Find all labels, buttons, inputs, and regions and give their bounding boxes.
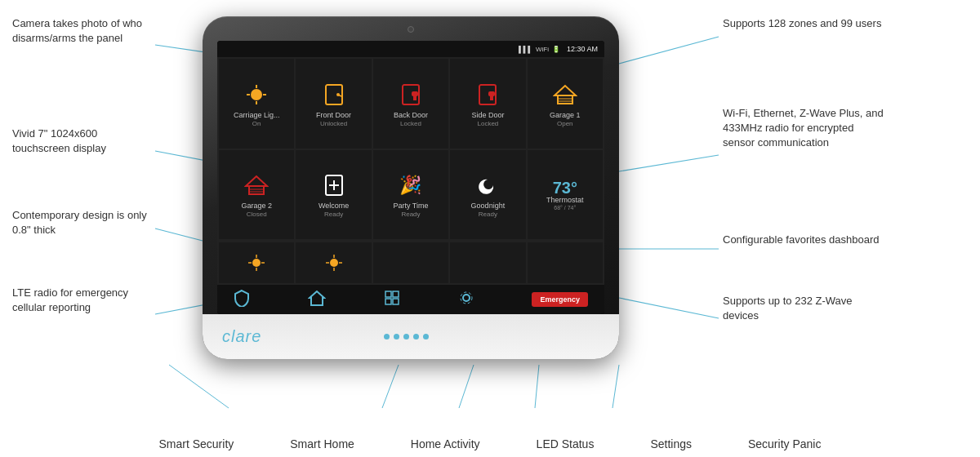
emergency-button[interactable]: Emergency xyxy=(532,292,588,307)
battery-icon: 🔋 xyxy=(552,46,560,53)
svg-rect-51 xyxy=(385,299,391,304)
welcome-status: Ready xyxy=(324,211,343,218)
svg-rect-26 xyxy=(490,96,493,100)
label-smart-security: Smart Security xyxy=(158,437,234,450)
led-dot-3 xyxy=(403,334,409,339)
carriage-light-icon xyxy=(245,82,268,108)
goodnight-status: Ready xyxy=(479,211,497,218)
svg-line-4 xyxy=(619,37,719,64)
back-door-label: Back Door xyxy=(394,111,428,120)
back-door-status: Locked xyxy=(400,120,421,127)
svg-marker-31 xyxy=(246,176,267,186)
label-settings: Settings xyxy=(650,437,692,450)
tile-welcome[interactable]: Welcome Ready xyxy=(296,150,371,240)
tile-empty-3 xyxy=(528,242,603,283)
annotation-zwave: Supports up to 232 Z-Wave devices xyxy=(723,294,886,323)
svg-rect-32 xyxy=(249,186,264,194)
tile-goodnight[interactable]: Goodnight Ready xyxy=(450,150,525,240)
svg-rect-50 xyxy=(393,291,399,297)
party-time-label: Party Time xyxy=(393,202,428,211)
annotation-zones: Supports 128 zones and 99 users xyxy=(723,16,881,31)
annotation-design: Contemporary design is only 0.8" thick xyxy=(12,208,151,237)
svg-line-5 xyxy=(619,155,719,171)
svg-rect-22 xyxy=(412,91,418,96)
tile-garage1[interactable]: Garage 1 Open xyxy=(528,59,603,149)
led-dot-2 xyxy=(394,334,399,339)
led-dot-4 xyxy=(413,334,419,339)
garage2-label: Garage 2 xyxy=(241,202,272,211)
svg-point-43 xyxy=(330,259,338,267)
label-security-panic: Security Panic xyxy=(748,437,821,450)
svg-marker-27 xyxy=(555,86,576,95)
party-time-status: Ready xyxy=(401,211,420,218)
tile-carriage-light[interactable]: Carriage Lig... On xyxy=(219,59,294,149)
svg-point-38 xyxy=(252,259,261,267)
garage1-status: Open xyxy=(557,120,573,127)
garage1-label: Garage 1 xyxy=(550,111,581,120)
annotation-wifi: Wi-Fi, Ethernet, Z-Wave Plus, and 433MHz… xyxy=(723,106,886,151)
label-smart-home: Smart Home xyxy=(290,437,354,450)
label-home-activity: Home Activity xyxy=(411,437,480,450)
status-bar: ▌▌▌ WiFi 🔋 12:30 AM xyxy=(217,41,604,57)
carriage-light-status: On xyxy=(252,120,261,127)
grid-nav-icon[interactable] xyxy=(384,290,400,310)
goodnight-icon xyxy=(477,172,498,198)
annotation-camera: Camera takes photo of who disarms/arms t… xyxy=(12,16,151,46)
svg-marker-48 xyxy=(310,291,324,305)
svg-rect-49 xyxy=(385,291,391,297)
tile-empty-1 xyxy=(373,242,448,283)
led-dot-1 xyxy=(384,334,390,339)
svg-rect-25 xyxy=(488,91,495,96)
home-nav-icon[interactable] xyxy=(308,290,326,310)
bottom-bar: clare xyxy=(203,314,619,359)
bottom-nav: Emergency xyxy=(217,285,604,314)
time-display: 12:30 AM xyxy=(567,45,598,53)
svg-rect-52 xyxy=(393,299,399,304)
side-door-icon xyxy=(477,82,498,108)
tile-party-time[interactable]: 🎉 Party Time Ready xyxy=(373,150,448,240)
goodnight-label: Goodnight xyxy=(471,202,506,211)
tiles-row1: Carriage Lig... On Front Door Unlocked xyxy=(217,57,604,241)
annotation-touchscreen: Vivid 7" 1024x600 touchscreen display xyxy=(12,126,151,156)
shield-nav-icon[interactable] xyxy=(234,289,250,311)
svg-line-2 xyxy=(155,228,203,241)
annotation-lte: LTE radio for emergency cellular reporti… xyxy=(12,286,151,315)
tile-back-door[interactable]: Back Door Locked xyxy=(373,59,448,149)
led-dot-5 xyxy=(423,334,429,339)
party-time-icon: 🎉 xyxy=(399,172,421,198)
side-door-label: Side Door xyxy=(471,111,504,120)
gear-nav-icon[interactable] xyxy=(458,290,474,310)
led-dots xyxy=(384,334,429,339)
tile-garage2[interactable]: Garage 2 Closed xyxy=(219,150,294,240)
garage2-icon xyxy=(244,172,269,198)
thermostat-temp: 73° xyxy=(553,180,577,196)
svg-rect-23 xyxy=(413,96,416,100)
carriage-light-label: Carriage Lig... xyxy=(234,111,280,120)
svg-point-53 xyxy=(463,295,470,301)
camera-dot xyxy=(408,26,414,33)
front-door-label: Front Door xyxy=(316,111,351,120)
tile-front-door[interactable]: Front Door Unlocked xyxy=(296,59,371,149)
thermostat-label: Thermostat xyxy=(546,196,584,205)
screen: ▌▌▌ WiFi 🔋 12:30 AM Carriage Lig... On xyxy=(217,41,604,314)
tile-light-3b[interactable] xyxy=(296,242,371,283)
front-door-icon xyxy=(323,82,345,108)
tile-light-3a[interactable] xyxy=(219,242,294,283)
tiles-row3 xyxy=(217,241,604,285)
welcome-label: Welcome xyxy=(318,202,349,211)
tile-side-door[interactable]: Side Door Locked xyxy=(450,59,525,149)
tile-empty-2 xyxy=(450,242,525,283)
garage2-status: Closed xyxy=(247,211,267,218)
thermostat-range: 68° / 74° xyxy=(554,205,576,211)
label-led-status: LED Status xyxy=(537,437,595,450)
back-door-icon xyxy=(400,82,421,108)
garage1-icon xyxy=(553,82,577,108)
svg-line-7 xyxy=(619,298,719,318)
front-door-status: Unlocked xyxy=(320,120,347,127)
side-door-status: Locked xyxy=(477,120,498,127)
tile-thermostat[interactable]: 73° Thermostat 68° / 74° xyxy=(528,150,603,240)
svg-rect-28 xyxy=(558,95,572,104)
svg-point-13 xyxy=(251,89,262,100)
signal-icon: ▌▌▌ xyxy=(519,46,532,53)
wifi-icon: WiFi xyxy=(536,46,549,53)
